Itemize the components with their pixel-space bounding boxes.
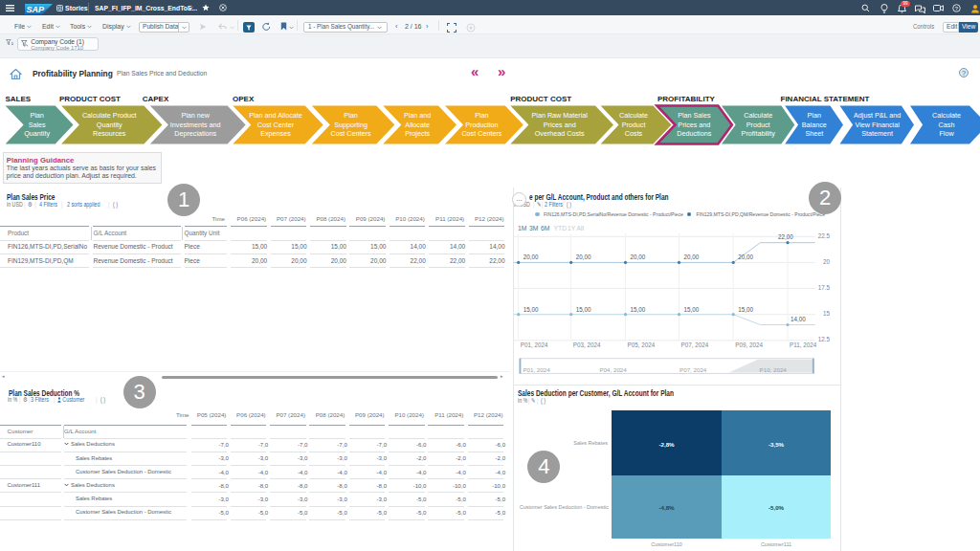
svg-text:20,00: 20,00 bbox=[576, 253, 591, 260]
svg-text:P01, 2024: P01, 2024 bbox=[523, 366, 550, 373]
svg-text:17.5: 17.5 bbox=[818, 284, 831, 291]
svg-text:20,00: 20,00 bbox=[631, 253, 646, 260]
svg-text:15,00: 15,00 bbox=[576, 306, 591, 313]
svg-text:P03, 2024: P03, 2024 bbox=[573, 342, 601, 348]
svg-text:22,00: 22,00 bbox=[778, 233, 793, 240]
svg-text:14,00: 14,00 bbox=[791, 316, 806, 322]
svg-text:20: 20 bbox=[823, 258, 831, 265]
svg-text:20,00: 20,00 bbox=[684, 253, 700, 260]
svg-text:P07, 2024: P07, 2024 bbox=[681, 342, 709, 348]
svg-text:12.5: 12.5 bbox=[818, 336, 831, 342]
svg-text:P05, 2024: P05, 2024 bbox=[628, 342, 656, 348]
svg-text:P07, 2024: P07, 2024 bbox=[679, 366, 707, 373]
svg-text:P10, 2024: P10, 2024 bbox=[760, 366, 788, 373]
svg-text:15: 15 bbox=[823, 310, 831, 317]
svg-text:15,00: 15,00 bbox=[738, 306, 753, 313]
svg-text:15,00: 15,00 bbox=[631, 306, 646, 313]
svg-text:20,00: 20,00 bbox=[738, 253, 753, 260]
svg-text:15,00: 15,00 bbox=[684, 306, 700, 313]
svg-text:15,00: 15,00 bbox=[523, 306, 539, 313]
svg-text:P11, 2024: P11, 2024 bbox=[790, 342, 817, 348]
svg-text:22.5: 22.5 bbox=[818, 232, 831, 239]
svg-text:P09, 2024: P09, 2024 bbox=[735, 342, 763, 348]
svg-text:20,00: 20,00 bbox=[523, 253, 539, 260]
svg-text:P01, 2024: P01, 2024 bbox=[521, 342, 548, 348]
svg-text:P04, 2024: P04, 2024 bbox=[600, 366, 628, 373]
